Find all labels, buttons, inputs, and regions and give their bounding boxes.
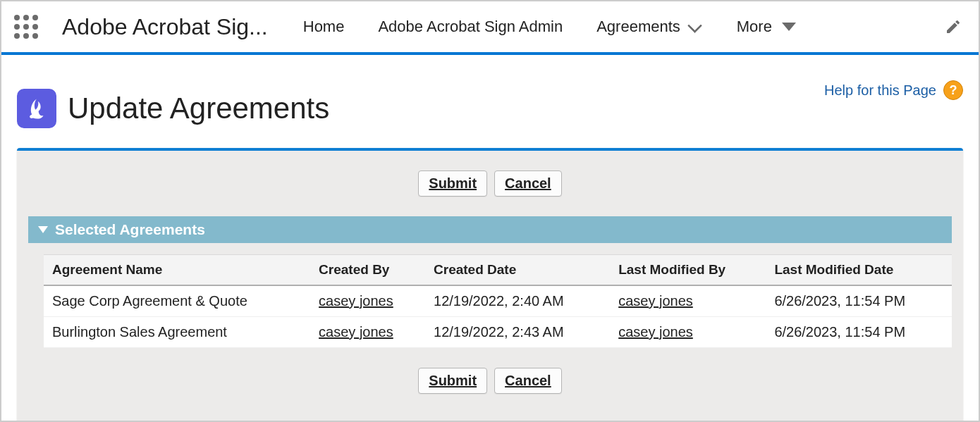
page-header: Update Agreements Help for this Page ? [17, 89, 963, 128]
triangle-down-icon [38, 226, 48, 233]
agreements-table: Agreement Name Created By Created Date L… [44, 254, 952, 348]
created-by-link[interactable]: casey jones [319, 324, 393, 340]
app-launcher-icon[interactable] [14, 15, 38, 39]
table-row: Sage Corp Agreement & Quotecasey jones12… [44, 285, 952, 317]
created-by-link[interactable]: casey jones [319, 293, 393, 309]
main-panel: Submit Cancel Selected Agreements Agreem… [17, 148, 963, 422]
submit-button-bottom[interactable]: Submit [418, 368, 487, 394]
help-icon[interactable]: ? [943, 80, 963, 100]
col-modified-by: Last Modified By [610, 255, 766, 286]
cell-agreement-name: Burlington Sales Agreement [44, 317, 310, 348]
pencil-icon[interactable] [945, 18, 962, 35]
triangle-down-icon [782, 23, 796, 31]
chevron-down-icon [687, 19, 703, 35]
app-title: Adobe Acrobat Sig... [62, 14, 268, 40]
col-created-by: Created By [310, 255, 425, 286]
col-modified-date: Last Modified Date [766, 255, 952, 286]
nav-home[interactable]: Home [303, 18, 345, 36]
page-app-icon [17, 89, 56, 128]
cancel-button-top[interactable]: Cancel [494, 170, 562, 197]
page-title: Update Agreements [68, 92, 329, 125]
nav-admin[interactable]: Adobe Acrobat Sign Admin [378, 18, 563, 36]
cell-created-date: 12/19/2022, 2:40 AM [425, 285, 610, 317]
cancel-button-bottom[interactable]: Cancel [494, 368, 562, 394]
col-created-date: Created Date [425, 255, 610, 286]
help-link[interactable]: Help for this Page [824, 82, 936, 99]
top-nav: Adobe Acrobat Sig... Home Adobe Acrobat … [1, 1, 979, 55]
submit-button-top[interactable]: Submit [418, 170, 487, 197]
nav-items: Home Adobe Acrobat Sign Admin Agreements… [303, 18, 945, 36]
cell-modified-date: 6/26/2023, 11:54 PM [766, 285, 952, 317]
modified-by-link[interactable]: casey jones [618, 293, 693, 309]
nav-agreements[interactable]: Agreements [596, 18, 703, 36]
section-header[interactable]: Selected Agreements [28, 216, 952, 243]
nav-more[interactable]: More [737, 18, 796, 36]
cell-modified-date: 6/26/2023, 11:54 PM [766, 317, 952, 348]
modified-by-link[interactable]: casey jones [618, 324, 693, 340]
cell-agreement-name: Sage Corp Agreement & Quote [44, 285, 310, 317]
section-title: Selected Agreements [55, 221, 205, 238]
col-agreement-name: Agreement Name [44, 255, 310, 286]
table-row: Burlington Sales Agreementcasey jones12/… [44, 317, 952, 348]
cell-created-date: 12/19/2022, 2:43 AM [425, 317, 610, 348]
